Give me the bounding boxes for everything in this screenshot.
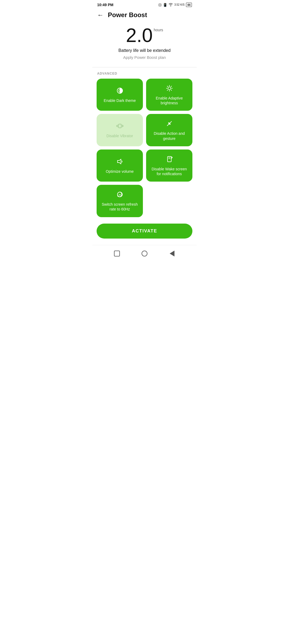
vibrator-icon <box>116 122 124 131</box>
card-dark-theme-label: Enable Dark theme <box>104 98 136 103</box>
gesture-icon <box>166 120 173 128</box>
advanced-label: ADVANCED <box>92 67 197 79</box>
svg-point-2 <box>168 87 171 90</box>
card-wake-screen[interactable]: Disable Wake screen for notifications <box>146 150 192 182</box>
hero-cta: Apply Power Boost plan <box>98 55 191 60</box>
back-icon <box>170 251 174 256</box>
card-adaptive-brightness[interactable]: Enable Adaptive brightness <box>146 79 192 111</box>
card-refresh-rate-label: Switch screen refresh rate to 60Hz <box>101 202 139 212</box>
brightness-icon <box>166 85 173 93</box>
svg-line-23 <box>172 157 172 158</box>
svg-line-8 <box>171 90 172 90</box>
card-adaptive-brightness-label: Enable Adaptive brightness <box>150 96 188 105</box>
hero-section: 2.0 hours Battery life will be extended … <box>92 23 197 65</box>
svg-line-9 <box>171 86 172 87</box>
svg-rect-11 <box>119 124 121 128</box>
hero-subtitle: Battery life will be extended <box>98 48 191 53</box>
recents-icon <box>114 251 120 256</box>
card-disable-vibrator-label: Disable Vibrator <box>107 133 133 138</box>
card-wake-screen-label: Disable Wake screen for notifications <box>150 167 188 176</box>
vibrate-icon: 📳 <box>163 3 167 7</box>
bottom-nav <box>92 245 197 263</box>
cards-grid: Enable Dark theme Enable Adaptive bright… <box>92 79 197 217</box>
card-refresh-rate[interactable]: 60 Switch screen refresh rate to 60Hz <box>97 185 143 217</box>
volume-icon <box>116 158 124 166</box>
card-optimize-volume[interactable]: Optimize volume <box>97 150 143 182</box>
nav-recents-button[interactable] <box>113 250 121 258</box>
home-icon <box>142 251 147 256</box>
svg-marker-18 <box>117 159 121 164</box>
screenshot-icon: ⊡ <box>158 3 162 7</box>
time: 10:49 PM <box>97 3 113 7</box>
card-dark-theme[interactable]: Enable Dark theme <box>97 79 143 111</box>
nav-home-button[interactable] <box>140 250 149 258</box>
hero-hours: 2.0 hours <box>98 26 191 45</box>
page-title: Power Boost <box>108 11 147 19</box>
svg-line-10 <box>167 90 168 90</box>
dark-theme-icon <box>116 87 124 95</box>
activate-button[interactable]: ACTIVATE <box>97 224 192 239</box>
card-action-gesture[interactable]: Disable Action and gesture <box>146 114 192 146</box>
card-optimize-volume-label: Optimize volume <box>106 169 134 174</box>
battery-icon: 44 <box>186 3 192 7</box>
back-button[interactable]: ← <box>97 12 104 18</box>
wake-screen-icon <box>166 155 173 164</box>
network-speed: 3.52 K/S <box>174 3 184 6</box>
nav-back-button[interactable] <box>168 250 176 258</box>
card-disable-vibrator[interactable]: Disable Vibrator <box>97 114 143 146</box>
wifi-icon <box>169 3 173 7</box>
svg-text:60: 60 <box>119 194 121 196</box>
hours-number: 2.0 <box>126 26 153 45</box>
status-icons: ⊡ 📳 3.52 K/S 44 <box>158 3 192 7</box>
card-action-gesture-label: Disable Action and gesture <box>150 131 188 141</box>
refresh-icon: 60 <box>116 191 124 199</box>
svg-rect-19 <box>168 156 171 162</box>
hours-unit: hours <box>154 28 163 32</box>
status-bar: 10:49 PM ⊡ 📳 3.52 K/S 44 <box>92 0 197 9</box>
header: ← Power Boost <box>92 9 197 23</box>
svg-line-7 <box>167 86 168 87</box>
